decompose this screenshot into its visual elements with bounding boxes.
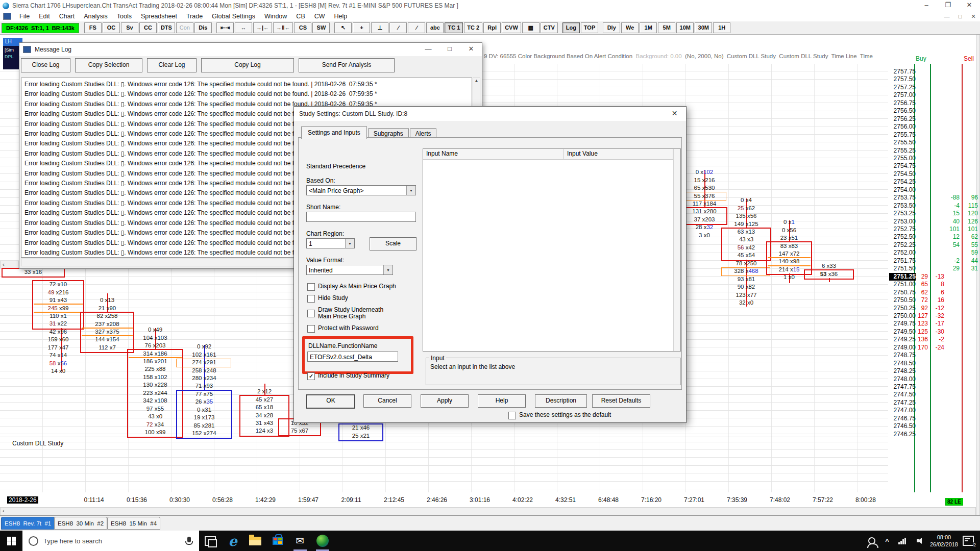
edge-button[interactable]: e [222, 531, 244, 551]
menu-tools[interactable]: Tools [112, 13, 136, 20]
menu-file[interactable]: File [15, 13, 34, 20]
chart-tab-esh8-15-min-4[interactable]: ESH8 15 Min #4 [107, 517, 160, 530]
toolbar-button--[interactable]: →|← [253, 22, 272, 33]
network-tray-button[interactable] [895, 531, 910, 551]
log-line[interactable]: Error loading Custom Studies DLL: ▯. Win… [24, 80, 472, 89]
restore-icon[interactable]: ❐ [937, 0, 959, 11]
chart-region-select[interactable]: 1▼ [306, 238, 355, 248]
menu-cb[interactable]: CB [291, 13, 309, 20]
toolbar-button-dts[interactable]: DTS [158, 22, 175, 33]
toolbar-button--[interactable]: ∕ [389, 22, 407, 33]
toolbar-button-cc[interactable]: CC [139, 22, 157, 33]
toolbar-button-sw[interactable]: SW [312, 22, 330, 33]
copy-log-button[interactable]: Copy Log [201, 58, 294, 72]
toolbar-button--[interactable]: ▦ [522, 22, 540, 33]
action-center-button[interactable]: 2 [963, 536, 974, 546]
draw-underneath-checkbox[interactable]: Draw Study Underneath Main Price Graph [307, 307, 383, 320]
apply-button[interactable]: Apply [421, 394, 469, 408]
help-button[interactable]: Help [478, 394, 526, 408]
toolbar-button-30m[interactable]: 30M [695, 22, 712, 33]
toolbar-button-1m[interactable]: 1M [640, 22, 657, 33]
menu-cw[interactable]: CW [310, 13, 330, 20]
chart-tab-esh8-30-min-2[interactable]: ESH8 30 Min #2 [54, 517, 107, 530]
toolbar-button--[interactable]: ⊥ [371, 22, 388, 33]
toolbar-button--[interactable]: ⇤⇥ [216, 22, 234, 33]
minimize-icon[interactable]: – [916, 0, 937, 11]
toolbar-button-dly[interactable]: Dly [603, 22, 620, 33]
log-line[interactable]: Error loading Custom Studies DLL: ▯. Win… [24, 89, 472, 99]
toolbar-button-con[interactable]: Con [176, 22, 193, 33]
inputs-list[interactable]: Input Name Input Value [423, 148, 681, 352]
show-hidden-icons-button[interactable]: ^ [879, 531, 895, 551]
toolbar-button-oc[interactable]: OC [103, 22, 120, 33]
toolbar-button-rpl[interactable]: Rpl [483, 22, 501, 33]
toolbar-button-tc-2[interactable]: TC 2 [464, 22, 482, 33]
taskbar-clock[interactable]: 08:0026/02/2018 [925, 534, 963, 548]
protect-password-checkbox[interactable]: Protect with Password [307, 325, 379, 333]
menu-window[interactable]: Window [260, 13, 291, 20]
mail-button[interactable]: ✉ [289, 531, 311, 551]
chart-hscrollbar[interactable]: ‹ [0, 507, 976, 515]
dll-function-input[interactable]: ETOFSv2.0.scsf_Delta [307, 352, 398, 362]
display-as-main-checkbox[interactable]: Display As Main Price Graph [307, 283, 396, 291]
toolbar-button-sv[interactable]: Sv [121, 22, 138, 33]
copy-selection-button[interactable]: Copy Selection [75, 58, 142, 72]
menu-spreadsheet[interactable]: Spreadsheet [136, 13, 182, 20]
toolbar-button-5m[interactable]: 5M [658, 22, 675, 33]
toolbar-button--[interactable]: ↔ [235, 22, 252, 33]
input-value-column-header[interactable]: Input Value [564, 149, 673, 159]
reset-defaults-button[interactable]: Reset Defaults [592, 394, 650, 408]
clear-log-button[interactable]: Clear Log [147, 58, 197, 72]
menu-edit[interactable]: Edit [34, 13, 55, 20]
toolbar-button-fs[interactable]: FS [84, 22, 102, 33]
toolbar-button-1h[interactable]: 1H [713, 22, 730, 33]
start-button[interactable] [0, 531, 22, 551]
chart-tab-esh8-rev-7t-1[interactable]: ESH8 Rev. 7t #1 [1, 517, 55, 530]
message-log-titlebar[interactable]: Message Log — □ ✕ [19, 43, 482, 56]
mdi-close-icon[interactable]: ✕ [967, 13, 980, 20]
toolbar-button--[interactable]: ∕ [408, 22, 425, 33]
input-name-column-header[interactable]: Input Name [423, 149, 564, 159]
toolbar-button-10m[interactable]: 10M [676, 22, 694, 33]
task-view-button[interactable] [199, 531, 222, 551]
save-default-checkbox[interactable]: Save these settings as the default [508, 412, 611, 419]
toolbar-button-we[interactable]: We [621, 22, 639, 33]
log-maximize-icon[interactable]: □ [439, 44, 460, 55]
close-log-button[interactable]: Close Log [21, 58, 70, 72]
toolbar-button--[interactable]: →‖← [273, 22, 293, 33]
tab-settings-and-inputs[interactable]: Settings and Inputs [301, 126, 367, 139]
close-icon[interactable]: ✕ [959, 0, 980, 11]
mdi-minimize-icon[interactable]: — [940, 13, 953, 20]
toolbar-button-abc[interactable]: abc [426, 22, 444, 33]
chevron-down-icon[interactable]: ▼ [406, 186, 415, 195]
toolbar-button-cvw[interactable]: CVW [502, 22, 521, 33]
cancel-button[interactable]: Cancel [363, 394, 411, 408]
toolbar-button-log[interactable]: Log [562, 22, 580, 33]
menu-help[interactable]: Help [330, 13, 352, 20]
people-tray-button[interactable] [864, 531, 879, 551]
menu-trade[interactable]: Trade [182, 13, 207, 20]
description-button[interactable]: Description [535, 394, 587, 408]
short-name-input[interactable] [306, 212, 416, 222]
toolbar-button--[interactable]: + [353, 22, 370, 33]
dialog-close-icon[interactable]: ✕ [663, 107, 686, 121]
value-format-select[interactable]: Inherited▼ [306, 265, 393, 275]
menu-analysis[interactable]: Analysis [79, 13, 112, 20]
volume-tray-button[interactable] [910, 531, 925, 551]
chevron-down-icon[interactable]: ▼ [345, 239, 354, 248]
sierra-chart-button[interactable] [311, 531, 334, 551]
menu-global-settings[interactable]: Global Settings [207, 13, 260, 20]
send-for-analysis-button[interactable]: Send For Analysis [299, 58, 395, 72]
toolbar-button-dis[interactable]: Dis [194, 22, 212, 33]
log-minimize-icon[interactable]: — [418, 44, 439, 55]
include-summary-checkbox[interactable]: ✓Include in Study Summary [307, 372, 389, 380]
store-button[interactable] [266, 531, 289, 551]
microphone-icon[interactable] [185, 537, 193, 545]
menu-chart[interactable]: Chart [55, 13, 80, 20]
scale-button[interactable]: Scale [370, 237, 416, 251]
chart-vscrollbar[interactable] [976, 35, 980, 515]
based-on-select[interactable]: <Main Price Graph>▼ [306, 185, 416, 195]
toolbar-button-tc-1[interactable]: TC 1 [445, 22, 463, 33]
toolbar-button-cs[interactable]: CS [294, 22, 311, 33]
toolbar-button-ctv[interactable]: CTV [541, 22, 558, 33]
